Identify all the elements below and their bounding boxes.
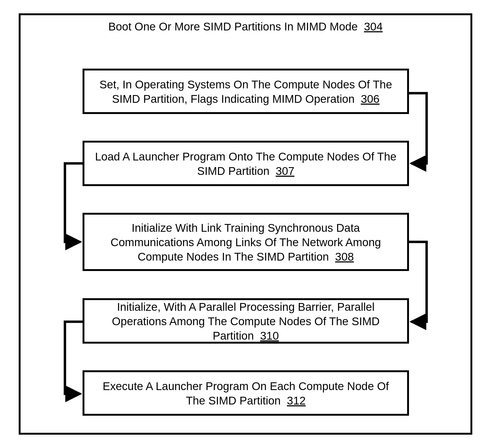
- container-title-ref: 304: [364, 20, 383, 33]
- step-ref: 310: [260, 329, 279, 342]
- step-execute-launcher: Execute A Launcher Program On Each Compu…: [83, 370, 409, 416]
- step-load-launcher: Load A Launcher Program Onto The Compute…: [83, 141, 409, 186]
- step-text: Load A Launcher Program Onto The Compute…: [95, 150, 396, 177]
- container-title: Boot One Or More SIMD Partitions In MIMD…: [21, 20, 470, 33]
- step-set-flags: Set, In Operating Systems On The Compute…: [83, 69, 409, 114]
- step-text: Initialize, With A Parallel Processing B…: [112, 301, 380, 342]
- container-title-text: Boot One Or More SIMD Partitions In MIMD…: [108, 20, 358, 33]
- step-text: Execute A Launcher Program On Each Compu…: [103, 380, 389, 407]
- flow-container: Boot One Or More SIMD Partitions In MIMD…: [19, 13, 472, 435]
- step-text: Set, In Operating Systems On The Compute…: [99, 78, 392, 105]
- step-ref: 312: [287, 394, 306, 407]
- step-link-training: Initialize With Link Training Synchronou…: [83, 213, 409, 271]
- step-parallel-barrier: Initialize, With A Parallel Processing B…: [83, 298, 409, 344]
- step-ref: 307: [276, 165, 294, 177]
- step-ref: 306: [361, 93, 380, 105]
- step-ref: 308: [335, 250, 354, 263]
